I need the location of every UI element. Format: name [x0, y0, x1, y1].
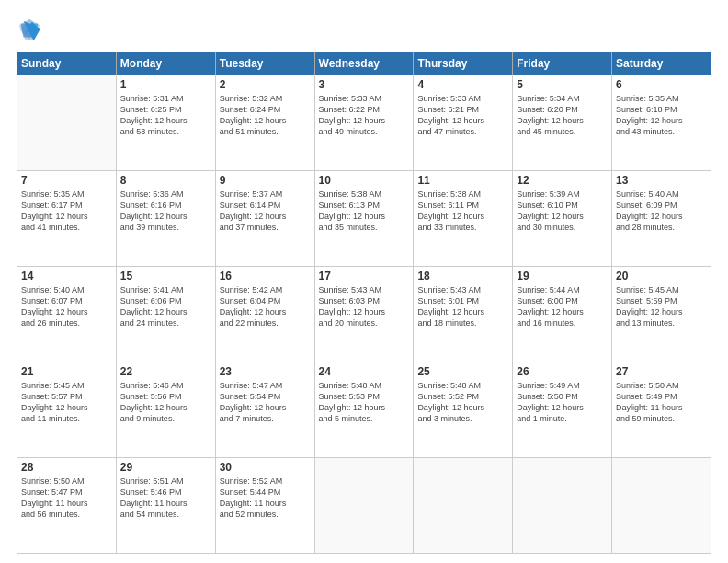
day-number: 4: [417, 78, 508, 91]
day-info: Sunrise: 5:45 AMSunset: 5:57 PMDaylight:…: [21, 380, 112, 425]
calendar-day-cell: 23Sunrise: 5:47 AMSunset: 5:54 PMDayligh…: [215, 362, 314, 458]
calendar-day-cell: 25Sunrise: 5:48 AMSunset: 5:52 PMDayligh…: [414, 362, 513, 458]
day-number: 10: [319, 174, 410, 187]
day-number: 11: [417, 174, 508, 187]
calendar-day-cell: 13Sunrise: 5:40 AMSunset: 6:09 PMDayligh…: [612, 171, 711, 267]
calendar-week-row: 1Sunrise: 5:31 AMSunset: 6:25 PMDaylight…: [17, 75, 711, 171]
day-info: Sunrise: 5:44 AMSunset: 6:00 PMDaylight:…: [517, 284, 608, 329]
calendar-day-cell: 7Sunrise: 5:35 AMSunset: 6:17 PMDaylight…: [17, 171, 117, 267]
calendar-day-cell: [17, 75, 117, 171]
calendar-day-cell: [414, 458, 513, 554]
day-number: 28: [21, 461, 112, 474]
day-info: Sunrise: 5:36 AMSunset: 6:16 PMDaylight:…: [120, 189, 211, 234]
day-info: Sunrise: 5:33 AMSunset: 6:22 PMDaylight:…: [319, 93, 410, 138]
calendar-day-cell: 29Sunrise: 5:51 AMSunset: 5:46 PMDayligh…: [116, 458, 215, 554]
calendar-day-cell: [314, 458, 414, 554]
day-number: 3: [319, 78, 410, 91]
calendar-day-cell: [513, 458, 612, 554]
day-number: 8: [120, 174, 211, 187]
day-of-week-header: Wednesday: [314, 52, 414, 75]
day-number: 15: [120, 270, 211, 282]
day-number: 24: [319, 365, 410, 378]
day-of-week-header: Monday: [116, 52, 215, 75]
calendar-day-cell: 1Sunrise: 5:31 AMSunset: 6:25 PMDaylight…: [116, 75, 215, 171]
calendar-day-cell: 6Sunrise: 5:35 AMSunset: 6:18 PMDaylight…: [612, 75, 711, 171]
calendar-day-cell: 27Sunrise: 5:50 AMSunset: 5:49 PMDayligh…: [612, 362, 711, 458]
day-info: Sunrise: 5:40 AMSunset: 6:09 PMDaylight:…: [616, 189, 707, 234]
day-of-week-header: Thursday: [414, 52, 513, 75]
day-of-week-header: Tuesday: [215, 52, 314, 75]
day-number: 17: [319, 270, 410, 282]
day-number: 27: [616, 365, 707, 378]
calendar-day-cell: 17Sunrise: 5:43 AMSunset: 6:03 PMDayligh…: [314, 267, 414, 362]
calendar-day-cell: 30Sunrise: 5:52 AMSunset: 5:44 PMDayligh…: [215, 458, 314, 554]
day-info: Sunrise: 5:33 AMSunset: 6:21 PMDaylight:…: [417, 93, 508, 138]
day-number: 6: [616, 78, 707, 91]
page: SundayMondayTuesdayWednesdayThursdayFrid…: [0, 0, 728, 563]
calendar-header-row: SundayMondayTuesdayWednesdayThursdayFrid…: [17, 52, 711, 75]
day-info: Sunrise: 5:41 AMSunset: 6:06 PMDaylight:…: [120, 284, 211, 329]
day-number: 19: [517, 270, 608, 282]
calendar-day-cell: 9Sunrise: 5:37 AMSunset: 6:14 PMDaylight…: [215, 171, 314, 267]
calendar-day-cell: 20Sunrise: 5:45 AMSunset: 5:59 PMDayligh…: [612, 267, 711, 362]
day-info: Sunrise: 5:38 AMSunset: 6:13 PMDaylight:…: [319, 189, 410, 234]
day-number: 7: [21, 174, 112, 187]
day-number: 14: [21, 270, 112, 282]
day-info: Sunrise: 5:38 AMSunset: 6:11 PMDaylight:…: [417, 189, 508, 234]
logo-icon: [17, 17, 42, 42]
day-of-week-header: Saturday: [612, 52, 711, 75]
day-number: 23: [220, 365, 311, 378]
calendar-day-cell: 26Sunrise: 5:49 AMSunset: 5:50 PMDayligh…: [513, 362, 612, 458]
day-info: Sunrise: 5:43 AMSunset: 6:03 PMDaylight:…: [319, 284, 410, 329]
day-number: 2: [220, 78, 311, 91]
calendar-day-cell: 15Sunrise: 5:41 AMSunset: 6:06 PMDayligh…: [116, 267, 215, 362]
day-info: Sunrise: 5:34 AMSunset: 6:20 PMDaylight:…: [517, 93, 608, 138]
calendar-day-cell: 5Sunrise: 5:34 AMSunset: 6:20 PMDaylight…: [513, 75, 612, 171]
calendar-day-cell: 22Sunrise: 5:46 AMSunset: 5:56 PMDayligh…: [116, 362, 215, 458]
day-info: Sunrise: 5:45 AMSunset: 5:59 PMDaylight:…: [616, 284, 707, 329]
day-info: Sunrise: 5:31 AMSunset: 6:25 PMDaylight:…: [120, 93, 211, 138]
day-number: 9: [220, 174, 311, 187]
calendar-day-cell: 3Sunrise: 5:33 AMSunset: 6:22 PMDaylight…: [314, 75, 414, 171]
calendar-day-cell: 4Sunrise: 5:33 AMSunset: 6:21 PMDaylight…: [414, 75, 513, 171]
calendar-day-cell: 14Sunrise: 5:40 AMSunset: 6:07 PMDayligh…: [17, 267, 117, 362]
day-info: Sunrise: 5:52 AMSunset: 5:44 PMDaylight:…: [220, 476, 311, 521]
day-number: 5: [517, 78, 608, 91]
day-info: Sunrise: 5:46 AMSunset: 5:56 PMDaylight:…: [120, 380, 211, 425]
day-number: 29: [120, 461, 211, 474]
calendar-day-cell: 19Sunrise: 5:44 AMSunset: 6:00 PMDayligh…: [513, 267, 612, 362]
day-info: Sunrise: 5:48 AMSunset: 5:52 PMDaylight:…: [417, 380, 508, 425]
day-number: 1: [120, 78, 211, 91]
day-number: 22: [120, 365, 211, 378]
day-info: Sunrise: 5:48 AMSunset: 5:53 PMDaylight:…: [319, 380, 410, 425]
day-number: 12: [517, 174, 608, 187]
day-info: Sunrise: 5:42 AMSunset: 6:04 PMDaylight:…: [220, 284, 311, 329]
day-number: 18: [417, 270, 508, 282]
day-info: Sunrise: 5:35 AMSunset: 6:18 PMDaylight:…: [616, 93, 707, 138]
calendar-day-cell: 24Sunrise: 5:48 AMSunset: 5:53 PMDayligh…: [314, 362, 414, 458]
day-info: Sunrise: 5:51 AMSunset: 5:46 PMDaylight:…: [120, 476, 211, 521]
calendar-day-cell: 11Sunrise: 5:38 AMSunset: 6:11 PMDayligh…: [414, 171, 513, 267]
day-info: Sunrise: 5:43 AMSunset: 6:01 PMDaylight:…: [417, 284, 508, 329]
calendar-day-cell: 16Sunrise: 5:42 AMSunset: 6:04 PMDayligh…: [215, 267, 314, 362]
day-info: Sunrise: 5:50 AMSunset: 5:49 PMDaylight:…: [616, 380, 707, 425]
day-number: 30: [220, 461, 311, 474]
day-of-week-header: Friday: [513, 52, 612, 75]
day-info: Sunrise: 5:37 AMSunset: 6:14 PMDaylight:…: [220, 189, 311, 234]
calendar-day-cell: 8Sunrise: 5:36 AMSunset: 6:16 PMDaylight…: [116, 171, 215, 267]
day-info: Sunrise: 5:50 AMSunset: 5:47 PMDaylight:…: [21, 476, 112, 521]
day-info: Sunrise: 5:40 AMSunset: 6:07 PMDaylight:…: [21, 284, 112, 329]
calendar-day-cell: 21Sunrise: 5:45 AMSunset: 5:57 PMDayligh…: [17, 362, 117, 458]
calendar-day-cell: 28Sunrise: 5:50 AMSunset: 5:47 PMDayligh…: [17, 458, 117, 554]
calendar-day-cell: 12Sunrise: 5:39 AMSunset: 6:10 PMDayligh…: [513, 171, 612, 267]
logo: [17, 17, 44, 42]
day-number: 26: [517, 365, 608, 378]
calendar-day-cell: 18Sunrise: 5:43 AMSunset: 6:01 PMDayligh…: [414, 267, 513, 362]
day-info: Sunrise: 5:35 AMSunset: 6:17 PMDaylight:…: [21, 189, 112, 234]
day-info: Sunrise: 5:47 AMSunset: 5:54 PMDaylight:…: [220, 380, 311, 425]
calendar-day-cell: 10Sunrise: 5:38 AMSunset: 6:13 PMDayligh…: [314, 171, 414, 267]
day-info: Sunrise: 5:32 AMSunset: 6:24 PMDaylight:…: [220, 93, 311, 138]
day-number: 25: [417, 365, 508, 378]
day-number: 16: [220, 270, 311, 282]
calendar-day-cell: [612, 458, 711, 554]
